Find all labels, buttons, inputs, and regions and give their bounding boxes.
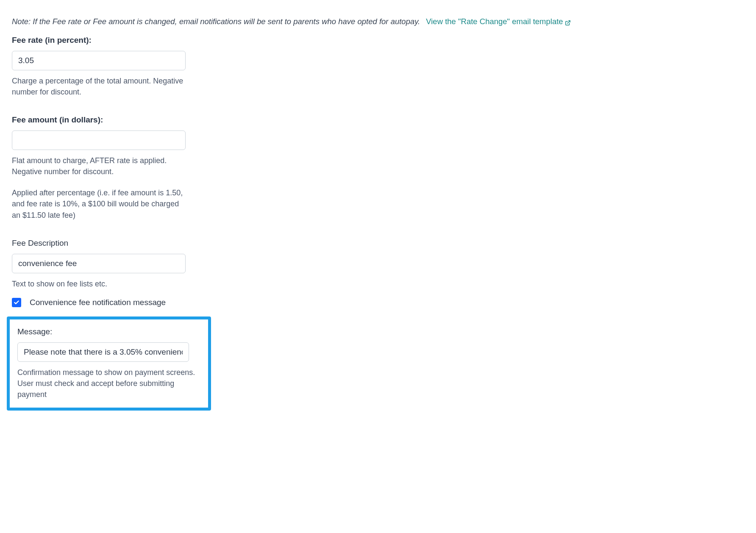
link-text: View the "Rate Change" email template: [426, 17, 563, 26]
message-helper: Confirmation message to show on payment …: [17, 367, 200, 400]
view-template-link[interactable]: View the "Rate Change" email template: [426, 17, 570, 26]
fee-amount-helper2: Applied after percentage (i.e. if fee am…: [12, 187, 186, 220]
fee-description-input[interactable]: [12, 254, 186, 273]
fee-amount-helper1: Flat amount to charge, AFTER rate is app…: [12, 155, 186, 177]
fee-rate-input[interactable]: [12, 51, 186, 70]
message-input[interactable]: [17, 342, 189, 362]
fee-amount-input[interactable]: [12, 130, 186, 150]
notification-checkbox[interactable]: [12, 298, 21, 307]
notification-checkbox-label: Convenience fee notification message: [30, 298, 166, 307]
check-icon: [14, 300, 19, 305]
external-link-icon: [565, 19, 571, 25]
message-highlight-box: Message: Confirmation message to show on…: [7, 316, 211, 411]
fee-rate-helper: Charge a percentage of the total amount.…: [12, 75, 186, 97]
fee-description-helper: Text to show on fee lists etc.: [12, 278, 186, 289]
message-label: Message:: [17, 327, 200, 336]
fee-rate-label: Fee rate (in percent):: [12, 36, 186, 45]
svg-line-0: [567, 21, 570, 23]
fee-description-label: Fee Description: [12, 239, 186, 248]
fee-amount-label: Fee amount (in dollars):: [12, 115, 186, 125]
note-text: Note: If the Fee rate or Fee amount is c…: [12, 17, 420, 26]
